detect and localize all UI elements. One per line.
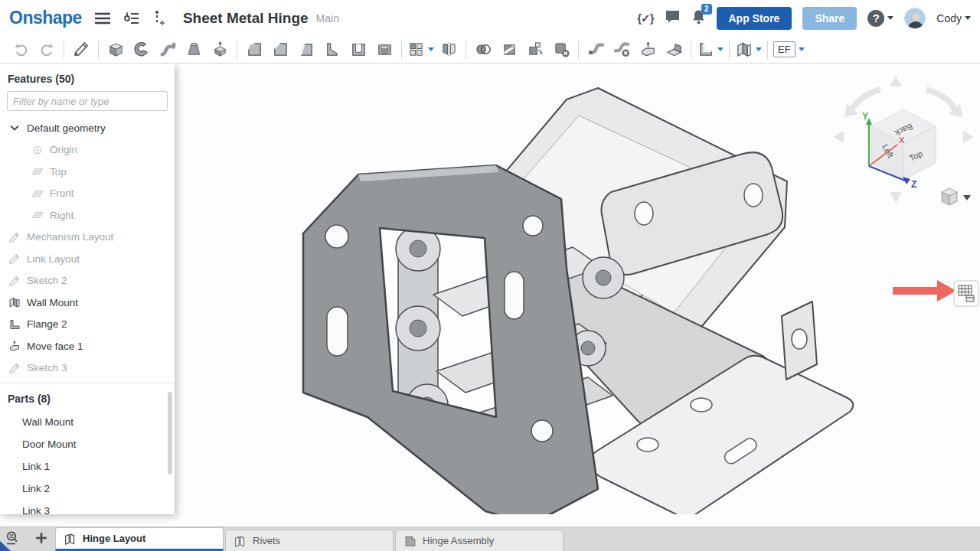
chamfer-button[interactable] <box>267 38 293 61</box>
main-menu-icon[interactable] <box>94 11 111 25</box>
delete-part-button[interactable] <box>548 38 574 61</box>
split-button[interactable] <box>496 38 522 61</box>
manage-tabs-search-icon[interactable] <box>5 530 21 549</box>
toolbar-separator <box>64 41 64 59</box>
feature-item-link-layout[interactable]: Link Layout <box>0 248 175 270</box>
avatar[interactable] <box>904 8 926 29</box>
add-tab-button[interactable] <box>34 530 49 549</box>
feature-toolbar: EF <box>0 36 980 64</box>
extrude-icon <box>107 41 125 58</box>
thicken-icon <box>211 41 229 58</box>
feature-item-top[interactable]: Top <box>0 161 175 183</box>
feature-filter-input[interactable] <box>7 91 168 111</box>
parts-scrollbar[interactable] <box>168 392 172 474</box>
part-item-link-3[interactable]: Link 3 <box>0 500 175 514</box>
feature-tree: Default geometryOriginTopFrontRightMecha… <box>0 117 175 379</box>
view-options-button[interactable] <box>942 188 971 205</box>
toolbar-separator <box>767 41 768 59</box>
plane-icon <box>31 165 44 178</box>
hinge-model[interactable] <box>303 88 853 514</box>
user-menu[interactable]: Cody <box>936 12 971 24</box>
hole-button[interactable] <box>371 38 397 61</box>
shell-button[interactable] <box>345 38 371 61</box>
undo-button[interactable] <box>8 38 34 61</box>
loft-button[interactable] <box>181 38 207 61</box>
feature-item-origin[interactable]: Origin <box>0 139 175 161</box>
sketch-sm-icon <box>8 275 21 287</box>
feature-item-wall-mount[interactable]: Wall Mount <box>0 292 175 314</box>
boolean-button[interactable] <box>470 38 496 61</box>
unfold-button[interactable] <box>661 38 687 61</box>
feature-item-right[interactable]: Right <box>0 204 175 227</box>
document-title[interactable]: Sheet Metal Hinge <box>183 10 309 27</box>
feature-item-label: Move face 1 <box>27 341 83 352</box>
move-face-icon <box>639 41 657 58</box>
draft-button[interactable] <box>293 38 319 61</box>
onshape-logo[interactable]: Onshape <box>9 8 82 28</box>
view-cube[interactable]: Back Left Top Y X Z <box>833 76 974 205</box>
share-button[interactable]: Share <box>802 7 857 30</box>
help-icon: ? <box>867 10 884 27</box>
sheet-metal-model-button[interactable] <box>733 38 763 61</box>
features-header: Features (50) <box>0 64 175 91</box>
feature-item-mechanism-layout[interactable]: Mechanism Layout <box>0 227 175 249</box>
part-item-door-mount[interactable]: Door Mount <box>0 433 175 455</box>
sweep-button[interactable] <box>155 38 181 61</box>
fillet-button[interactable] <box>241 38 267 61</box>
chevron-down-icon <box>756 47 762 51</box>
mirror-button[interactable] <box>436 38 462 61</box>
insert-version-icon[interactable] <box>152 10 166 27</box>
hole-icon <box>376 41 394 58</box>
tab-hinge-assembly[interactable]: Hinge Assembly <box>395 530 564 551</box>
sheet-metal-flat-view-button[interactable] <box>954 281 978 306</box>
move-face-button[interactable] <box>635 38 661 61</box>
part-item-link-2[interactable]: Link 2 <box>0 478 175 500</box>
rib-button[interactable] <box>319 38 345 61</box>
part-item-label: Door Mount <box>22 439 77 450</box>
part-item-label: Link 3 <box>22 505 50 514</box>
chevron-down-icon <box>799 47 805 51</box>
thicken-button[interactable] <box>207 38 233 61</box>
versions-icon[interactable] <box>123 11 140 26</box>
feature-item-move-face-1[interactable]: Move face 1 <box>0 335 175 357</box>
sketch-sm-icon <box>8 253 21 265</box>
feature-item-flange-2[interactable]: Flange 2 <box>0 314 175 336</box>
origin-icon <box>31 144 44 156</box>
comments-icon[interactable] <box>665 9 681 27</box>
feature-item-label: Default geometry <box>27 122 106 134</box>
extrude-button[interactable] <box>103 38 129 61</box>
hinge-model-canvas[interactable]: Back Left Top Y X Z <box>175 64 980 514</box>
part-item-link-1[interactable]: Link 1 <box>0 455 175 478</box>
notifications-bell-icon[interactable]: 2 <box>691 9 706 28</box>
transform-button[interactable] <box>522 38 548 61</box>
feature-list-panel: Features (50) Default geometryOriginTopF… <box>0 64 175 514</box>
redo-button[interactable] <box>34 38 60 61</box>
part-item-wall-mount[interactable]: Wall Mount <box>0 411 175 433</box>
part-item-label: Link 2 <box>22 483 50 494</box>
sketch-button[interactable] <box>68 38 94 61</box>
linear-pattern-icon <box>407 41 425 58</box>
unbend-button[interactable] <box>609 38 635 61</box>
feature-item-sketch-2[interactable]: Sketch 2 <box>0 270 175 292</box>
axis-x-label: X <box>899 135 905 145</box>
feature-item-default-geometry[interactable]: Default geometry <box>0 117 175 139</box>
help-menu[interactable]: ? <box>867 10 893 27</box>
mirror-icon <box>440 41 458 58</box>
tab-hinge-layout[interactable]: Hinge Layout <box>55 527 224 551</box>
sheet-metal-model-icon <box>735 41 753 58</box>
featurescript-icon[interactable]: {✓} <box>637 11 653 25</box>
toolbar-separator <box>98 41 99 59</box>
feature-item-front[interactable]: Front <box>0 183 175 205</box>
ef-button[interactable]: EF <box>772 38 806 61</box>
feature-item-sketch-3[interactable]: Sketch 3 <box>0 357 175 380</box>
flange-button[interactable] <box>695 38 725 61</box>
linear-pattern-button[interactable] <box>406 38 436 61</box>
app-store-button[interactable]: App Store <box>717 7 792 30</box>
revolve-button[interactable] <box>129 38 155 61</box>
tab-rivets[interactable]: Rivets <box>225 530 394 551</box>
bend-button[interactable] <box>583 38 609 61</box>
workspace-name[interactable]: Main <box>316 12 339 24</box>
moveface-sm-icon <box>8 340 21 352</box>
loft-icon <box>185 41 203 58</box>
unbend-icon <box>613 41 631 58</box>
